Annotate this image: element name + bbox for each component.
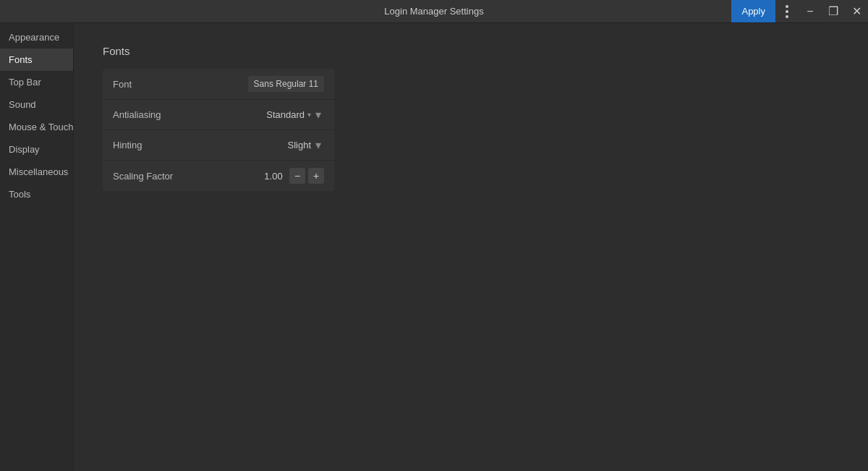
apply-button[interactable]: Apply bbox=[731, 0, 775, 22]
restore-button[interactable]: ❐ bbox=[822, 0, 845, 23]
kebab-dot bbox=[786, 10, 788, 13]
hinting-value-container: Slight ▾ bbox=[287, 140, 324, 151]
antialiasing-label: Antialiasing bbox=[113, 109, 161, 120]
sidebar-item-appearance[interactable]: Appearance bbox=[0, 26, 73, 48]
scaling-factor-value-container: 1.00 − + bbox=[260, 168, 324, 184]
hinting-label: Hinting bbox=[113, 140, 142, 150]
minimize-button[interactable]: − bbox=[799, 0, 822, 23]
sidebar-item-tools[interactable]: Tools bbox=[0, 183, 73, 205]
antialiasing-dropdown-button[interactable]: ▾ bbox=[312, 109, 324, 121]
content-area: Fonts Font Sans Regular 11 Antialiasing … bbox=[74, 23, 868, 471]
kebab-menu-button[interactable] bbox=[775, 0, 799, 23]
hinting-dropdown-button[interactable]: ▾ bbox=[312, 140, 324, 151]
scaling-factor-label: Scaling Factor bbox=[113, 171, 173, 182]
scaling-factor-decrement-button[interactable]: − bbox=[289, 168, 305, 184]
antialiasing-value-container: Standard ▾ ▾ bbox=[266, 109, 324, 121]
font-value-container: Sans Regular 11 bbox=[248, 76, 324, 92]
close-button[interactable]: ✕ bbox=[845, 0, 868, 23]
scaling-factor-row: Scaling Factor 1.00 − + bbox=[103, 161, 334, 191]
sidebar-item-fonts[interactable]: Fonts bbox=[0, 48, 73, 71]
sidebar-item-top-bar[interactable]: Top Bar bbox=[0, 71, 73, 93]
window-title: Login Manager Settings bbox=[384, 6, 483, 17]
scaling-factor-value: 1.00 bbox=[260, 171, 286, 182]
antialiasing-row: Antialiasing Standard ▾ ▾ bbox=[103, 100, 334, 130]
window-controls: Apply − ❐ ✕ bbox=[731, 0, 868, 22]
scaling-factor-increment-button[interactable]: + bbox=[308, 168, 324, 184]
kebab-dot bbox=[786, 15, 788, 18]
kebab-dot bbox=[786, 5, 788, 8]
hinting-row: Hinting Slight ▾ bbox=[103, 130, 334, 161]
sidebar-item-display[interactable]: Display bbox=[0, 138, 73, 161]
sidebar-item-miscellaneous[interactable]: Miscellaneous bbox=[0, 161, 73, 183]
hinting-value: Slight bbox=[287, 140, 311, 150]
font-row: Font Sans Regular 11 bbox=[103, 69, 334, 100]
fonts-settings-panel: Font Sans Regular 11 Antialiasing Standa… bbox=[103, 69, 334, 191]
sidebar-item-mouse-touchpad[interactable]: Mouse & Touchpad bbox=[0, 116, 73, 138]
titlebar: Login Manager Settings Apply − ❐ ✕ bbox=[0, 0, 868, 23]
font-button[interactable]: Sans Regular 11 bbox=[248, 76, 324, 92]
font-label: Font bbox=[113, 79, 132, 90]
section-title: Fonts bbox=[103, 45, 839, 57]
sidebar-item-sound[interactable]: Sound bbox=[0, 93, 73, 116]
antialiasing-value: Standard bbox=[266, 109, 305, 120]
app-body: AppearanceFontsTop BarSoundMouse & Touch… bbox=[0, 23, 868, 471]
sidebar: AppearanceFontsTop BarSoundMouse & Touch… bbox=[0, 23, 74, 471]
antialiasing-chevron-icon: ▾ bbox=[307, 111, 311, 119]
